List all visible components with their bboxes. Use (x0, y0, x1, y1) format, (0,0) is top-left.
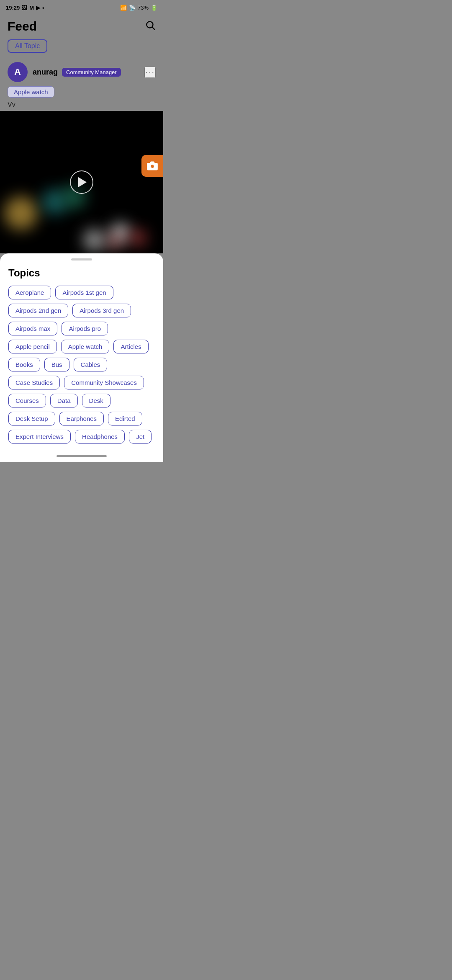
bokeh-5 (130, 230, 146, 246)
author-name: anurag (33, 68, 58, 77)
topics-sheet: Topics AeroplaneAirpods 1st genAirpods 2… (0, 253, 163, 452)
topic-pill[interactable]: Expert Interviews (8, 430, 71, 444)
topic-filter-row: All Topic (0, 37, 163, 57)
camera-icon (146, 160, 158, 172)
topic-pill[interactable]: Community Showcases (64, 376, 144, 389)
status-bar: 19:29 🖼 M ▶ • 📶 📡 73% 🔋 (0, 0, 163, 15)
author-info: anurag Community Manager (33, 68, 139, 77)
battery-icon: 🔋 (151, 5, 157, 11)
battery-label: 73% (138, 5, 149, 11)
post-body: Vv (8, 101, 156, 108)
home-indicator (56, 455, 107, 457)
search-icon (145, 20, 156, 31)
topic-pill[interactable]: Courses (8, 394, 46, 407)
bokeh-7 (84, 230, 105, 250)
svg-line-1 (152, 27, 155, 30)
topic-pill[interactable]: Airpods 3rd gen (72, 304, 131, 317)
topic-pill[interactable]: Books (8, 358, 40, 371)
page-title: Feed (8, 19, 37, 34)
post-author-row: A anurag Community Manager ··· (8, 62, 156, 82)
time: 19:29 (6, 5, 20, 11)
topic-pill[interactable]: Airpods 2nd gen (8, 304, 68, 317)
topics-title: Topics (8, 267, 155, 279)
topic-pill[interactable]: Headphones (75, 430, 125, 444)
topic-pill[interactable]: Jet (129, 430, 152, 444)
topic-pill[interactable]: Airpods max (8, 322, 57, 335)
bokeh-1 (4, 196, 38, 230)
topic-pill[interactable]: Articles (113, 340, 148, 353)
play-triangle-icon (78, 177, 87, 187)
signal-icon: 📡 (129, 5, 136, 11)
status-left: 19:29 🖼 M ▶ • (6, 5, 44, 11)
video-player[interactable] (0, 111, 163, 253)
all-topic-pill[interactable]: All Topic (8, 39, 47, 53)
topic-pill[interactable]: Desk (82, 394, 110, 407)
play-button[interactable] (70, 170, 93, 194)
float-camera-button[interactable] (141, 155, 163, 177)
post-card: A anurag Community Manager ··· Apple wat… (0, 57, 163, 108)
video-icon: ▶ (36, 5, 40, 11)
dot-icon: • (42, 5, 44, 11)
topic-pill[interactable]: Edirted (108, 412, 142, 426)
status-right: 📶 📡 73% 🔋 (120, 5, 157, 11)
topic-pill[interactable]: Cables (74, 358, 108, 371)
svg-point-2 (150, 165, 154, 168)
home-bar (0, 452, 163, 462)
topic-pill[interactable]: Bus (44, 358, 69, 371)
topic-pill[interactable]: Apple pencil (8, 340, 57, 353)
community-manager-badge: Community Manager (62, 68, 121, 77)
wifi-icon: 📶 (120, 5, 127, 11)
topic-pill[interactable]: Case Studies (8, 376, 60, 389)
topics-grid: AeroplaneAirpods 1st genAirpods 2nd genA… (8, 286, 155, 444)
avatar: A (8, 62, 28, 82)
topic-pill[interactable]: Airpods pro (62, 322, 108, 335)
topic-pill[interactable]: Airpods 1st gen (55, 286, 113, 299)
post-tag-row: Apple watch (8, 86, 156, 101)
photo-icon: 🖼 (22, 5, 27, 11)
topic-pill[interactable]: Data (50, 394, 78, 407)
topic-pill[interactable]: Apple watch (61, 340, 110, 353)
feed-header: Feed (0, 15, 163, 37)
more-options-button[interactable]: ··· (144, 67, 156, 78)
post-tag[interactable]: Apple watch (8, 86, 54, 98)
sheet-handle (71, 258, 92, 260)
search-button[interactable] (145, 20, 156, 33)
topic-pill[interactable]: Desk Setup (8, 412, 55, 426)
topic-pill[interactable]: Aeroplane (8, 286, 51, 299)
bokeh-6 (107, 235, 121, 249)
gmail-icon: M (29, 5, 34, 11)
topic-pill[interactable]: Earphones (59, 412, 104, 426)
